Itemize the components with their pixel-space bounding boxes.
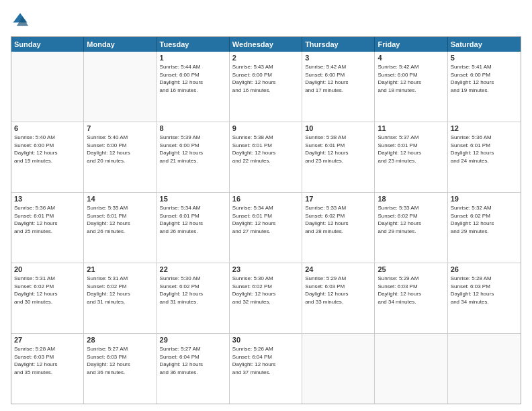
calendar-cell: 14Sunrise: 5:35 AM Sunset: 6:01 PM Dayli… <box>84 193 157 263</box>
cell-daylight-info: Sunrise: 5:40 AM Sunset: 6:00 PM Dayligh… <box>87 134 153 165</box>
cell-date-number: 27 <box>14 336 81 344</box>
cell-daylight-info: Sunrise: 5:36 AM Sunset: 6:01 PM Dayligh… <box>451 134 518 165</box>
cell-daylight-info: Sunrise: 5:33 AM Sunset: 6:02 PM Dayligh… <box>305 204 371 235</box>
calendar-cell: 11Sunrise: 5:37 AM Sunset: 6:01 PM Dayli… <box>375 122 447 192</box>
calendar-row: 13Sunrise: 5:36 AM Sunset: 6:01 PM Dayli… <box>11 193 521 263</box>
cell-date-number: 12 <box>451 124 518 132</box>
cell-daylight-info: Sunrise: 5:35 AM Sunset: 6:01 PM Dayligh… <box>87 204 153 235</box>
cell-date-number: 29 <box>160 336 226 344</box>
cell-date-number: 2 <box>232 54 299 62</box>
cell-date-number: 10 <box>305 124 371 132</box>
weekday-header: Thursday <box>302 37 375 52</box>
calendar: SundayMondayTuesdayWednesdayThursdayFrid… <box>11 36 521 404</box>
weekday-header: Friday <box>375 37 447 52</box>
cell-daylight-info: Sunrise: 5:38 AM Sunset: 6:01 PM Dayligh… <box>305 134 371 165</box>
calendar-row: 6Sunrise: 5:40 AM Sunset: 6:00 PM Daylig… <box>11 122 521 193</box>
calendar-cell: 25Sunrise: 5:29 AM Sunset: 6:03 PM Dayli… <box>375 263 447 333</box>
cell-date-number: 28 <box>87 336 153 344</box>
cell-daylight-info: Sunrise: 5:42 AM Sunset: 6:00 PM Dayligh… <box>305 63 371 94</box>
cell-date-number: 17 <box>305 195 371 203</box>
calendar-cell: 1Sunrise: 5:44 AM Sunset: 6:00 PM Daylig… <box>157 52 230 122</box>
page-header <box>11 11 521 30</box>
calendar-cell: 19Sunrise: 5:32 AM Sunset: 6:02 PM Dayli… <box>448 193 521 263</box>
calendar-cell: 18Sunrise: 5:33 AM Sunset: 6:02 PM Dayli… <box>375 193 447 263</box>
cell-daylight-info: Sunrise: 5:34 AM Sunset: 6:01 PM Dayligh… <box>232 204 299 235</box>
calendar-cell: 2Sunrise: 5:43 AM Sunset: 6:00 PM Daylig… <box>230 52 302 122</box>
logo-icon <box>11 11 30 30</box>
weekday-header: Tuesday <box>157 37 230 52</box>
cell-date-number: 15 <box>160 195 226 203</box>
calendar-cell <box>302 334 375 404</box>
weekday-header: Saturday <box>448 37 521 52</box>
cell-daylight-info: Sunrise: 5:27 AM Sunset: 6:03 PM Dayligh… <box>87 345 153 376</box>
cell-daylight-info: Sunrise: 5:28 AM Sunset: 6:03 PM Dayligh… <box>14 345 81 376</box>
calendar-cell: 6Sunrise: 5:40 AM Sunset: 6:00 PM Daylig… <box>11 122 84 192</box>
calendar-cell: 26Sunrise: 5:28 AM Sunset: 6:03 PM Dayli… <box>448 263 521 333</box>
cell-date-number: 7 <box>87 124 153 132</box>
calendar-cell: 7Sunrise: 5:40 AM Sunset: 6:00 PM Daylig… <box>84 122 157 192</box>
cell-daylight-info: Sunrise: 5:27 AM Sunset: 6:04 PM Dayligh… <box>160 345 226 376</box>
cell-date-number: 5 <box>451 54 518 62</box>
calendar-cell <box>11 52 84 122</box>
cell-date-number: 20 <box>14 265 81 273</box>
calendar-cell: 16Sunrise: 5:34 AM Sunset: 6:01 PM Dayli… <box>230 193 302 263</box>
calendar-cell <box>448 334 521 404</box>
cell-daylight-info: Sunrise: 5:42 AM Sunset: 6:00 PM Dayligh… <box>378 63 444 94</box>
cell-daylight-info: Sunrise: 5:32 AM Sunset: 6:02 PM Dayligh… <box>451 204 518 235</box>
cell-date-number: 3 <box>305 54 371 62</box>
calendar-cell: 22Sunrise: 5:30 AM Sunset: 6:02 PM Dayli… <box>157 263 230 333</box>
cell-date-number: 25 <box>378 265 444 273</box>
cell-daylight-info: Sunrise: 5:34 AM Sunset: 6:01 PM Dayligh… <box>160 204 226 235</box>
calendar-cell: 24Sunrise: 5:29 AM Sunset: 6:03 PM Dayli… <box>302 263 375 333</box>
cell-daylight-info: Sunrise: 5:40 AM Sunset: 6:00 PM Dayligh… <box>14 134 81 165</box>
cell-date-number: 9 <box>232 124 299 132</box>
cell-daylight-info: Sunrise: 5:29 AM Sunset: 6:03 PM Dayligh… <box>305 275 371 306</box>
cell-daylight-info: Sunrise: 5:30 AM Sunset: 6:02 PM Dayligh… <box>232 275 299 306</box>
calendar-cell: 13Sunrise: 5:36 AM Sunset: 6:01 PM Dayli… <box>11 193 84 263</box>
cell-daylight-info: Sunrise: 5:41 AM Sunset: 6:00 PM Dayligh… <box>451 63 518 94</box>
cell-date-number: 30 <box>232 336 299 344</box>
cell-daylight-info: Sunrise: 5:44 AM Sunset: 6:00 PM Dayligh… <box>160 63 226 94</box>
calendar-cell: 28Sunrise: 5:27 AM Sunset: 6:03 PM Dayli… <box>84 334 157 404</box>
calendar-cell <box>375 334 447 404</box>
calendar-cell: 8Sunrise: 5:39 AM Sunset: 6:00 PM Daylig… <box>157 122 230 192</box>
calendar-cell: 29Sunrise: 5:27 AM Sunset: 6:04 PM Dayli… <box>157 334 230 404</box>
calendar-cell: 12Sunrise: 5:36 AM Sunset: 6:01 PM Dayli… <box>448 122 521 192</box>
cell-date-number: 23 <box>232 265 299 273</box>
calendar-cell: 10Sunrise: 5:38 AM Sunset: 6:01 PM Dayli… <box>302 122 375 192</box>
cell-daylight-info: Sunrise: 5:39 AM Sunset: 6:00 PM Dayligh… <box>160 134 226 165</box>
cell-date-number: 24 <box>305 265 371 273</box>
cell-date-number: 4 <box>378 54 444 62</box>
calendar-cell: 4Sunrise: 5:42 AM Sunset: 6:00 PM Daylig… <box>375 52 447 122</box>
calendar-header: SundayMondayTuesdayWednesdayThursdayFrid… <box>11 37 521 52</box>
cell-daylight-info: Sunrise: 5:30 AM Sunset: 6:02 PM Dayligh… <box>160 275 226 306</box>
cell-date-number: 8 <box>160 124 226 132</box>
weekday-header: Monday <box>84 37 157 52</box>
calendar-cell: 3Sunrise: 5:42 AM Sunset: 6:00 PM Daylig… <box>302 52 375 122</box>
calendar-cell: 9Sunrise: 5:38 AM Sunset: 6:01 PM Daylig… <box>230 122 302 192</box>
calendar-row: 1Sunrise: 5:44 AM Sunset: 6:00 PM Daylig… <box>11 52 521 122</box>
cell-daylight-info: Sunrise: 5:43 AM Sunset: 6:00 PM Dayligh… <box>232 63 299 94</box>
cell-date-number: 21 <box>87 265 153 273</box>
cell-date-number: 14 <box>87 195 153 203</box>
calendar-cell: 5Sunrise: 5:41 AM Sunset: 6:00 PM Daylig… <box>448 52 521 122</box>
weekday-header: Wednesday <box>230 37 302 52</box>
calendar-cell <box>84 52 157 122</box>
cell-daylight-info: Sunrise: 5:26 AM Sunset: 6:04 PM Dayligh… <box>232 345 299 376</box>
cell-date-number: 19 <box>451 195 518 203</box>
cell-daylight-info: Sunrise: 5:38 AM Sunset: 6:01 PM Dayligh… <box>232 134 299 165</box>
cell-date-number: 13 <box>14 195 81 203</box>
cell-date-number: 6 <box>14 124 81 132</box>
cell-daylight-info: Sunrise: 5:33 AM Sunset: 6:02 PM Dayligh… <box>378 204 444 235</box>
cell-date-number: 26 <box>451 265 518 273</box>
cell-date-number: 16 <box>232 195 299 203</box>
cell-date-number: 11 <box>378 124 444 132</box>
cell-daylight-info: Sunrise: 5:28 AM Sunset: 6:03 PM Dayligh… <box>451 275 518 306</box>
calendar-cell: 21Sunrise: 5:31 AM Sunset: 6:02 PM Dayli… <box>84 263 157 333</box>
calendar-cell: 23Sunrise: 5:30 AM Sunset: 6:02 PM Dayli… <box>230 263 302 333</box>
calendar-row: 20Sunrise: 5:31 AM Sunset: 6:02 PM Dayli… <box>11 263 521 334</box>
calendar-cell: 17Sunrise: 5:33 AM Sunset: 6:02 PM Dayli… <box>302 193 375 263</box>
cell-daylight-info: Sunrise: 5:36 AM Sunset: 6:01 PM Dayligh… <box>14 204 81 235</box>
logo <box>11 11 32 30</box>
cell-daylight-info: Sunrise: 5:29 AM Sunset: 6:03 PM Dayligh… <box>378 275 444 306</box>
